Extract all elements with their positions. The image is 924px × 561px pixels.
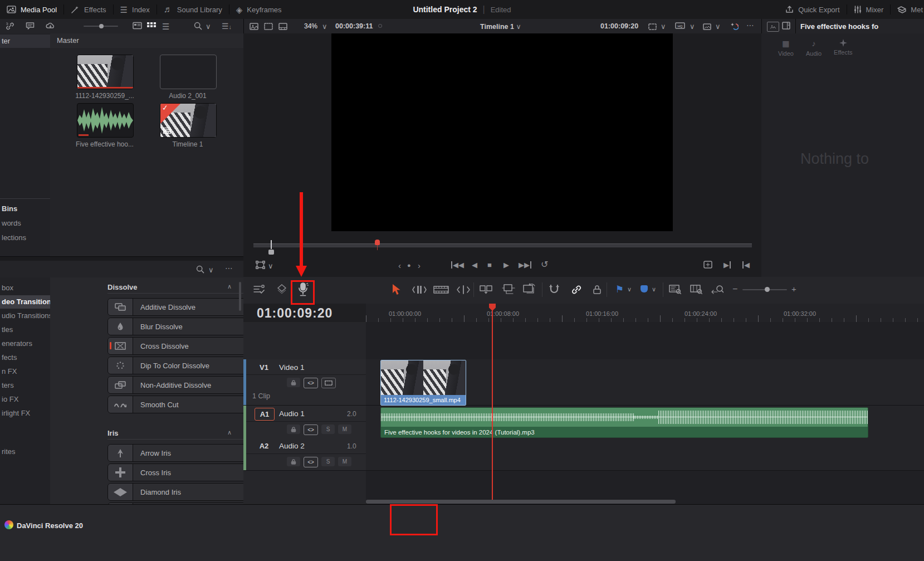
track-lock-button[interactable] (287, 425, 300, 434)
track-header-v1[interactable]: V1 Video 1 <> 1 Clip (243, 359, 366, 406)
viewer-zoom-value[interactable]: 34% (304, 22, 317, 30)
proxy-quality-icon[interactable]: HQ (675, 22, 685, 32)
usage-comment-icon[interactable] (26, 22, 35, 32)
stop-icon[interactable]: ■ (487, 261, 492, 269)
effects-category-open-fx[interactable]: n FX (0, 365, 50, 378)
overwrite-clip-icon[interactable] (502, 284, 515, 298)
bin-tree-item-bins[interactable]: Bins (0, 202, 50, 216)
inspector-media-icon[interactable] (767, 22, 779, 32)
timeline-playhead[interactable] (492, 304, 493, 500)
transition-cross-dissolve[interactable]: Cross Dissolve (107, 337, 243, 355)
timeline-view-options-icon[interactable] (253, 285, 265, 296)
bin-tree-selected-item[interactable]: ter (0, 35, 50, 48)
gallery-chevron[interactable]: ∨ (715, 22, 721, 31)
thumbnail-view-icon[interactable] (147, 22, 156, 32)
selection-mode-icon[interactable] (392, 284, 401, 298)
previous-edit-icon[interactable]: ◀ (742, 261, 750, 269)
linked-selection-icon[interactable] (571, 284, 582, 297)
marker-icon[interactable] (641, 285, 648, 292)
timeline-h-scrollbar[interactable] (366, 500, 676, 504)
cloud-sync-icon[interactable] (46, 22, 55, 32)
track-mute-button[interactable]: M (338, 425, 351, 434)
zoom-out-button[interactable]: − (732, 285, 737, 294)
effects-category-fairlight-fx[interactable]: irlight FX (0, 407, 50, 420)
relink-media-icon[interactable] (6, 22, 14, 33)
transition-blur-dissolve[interactable]: Blur Dissolve (107, 318, 243, 335)
audio-track-lane-a2[interactable] (366, 438, 924, 471)
collapse-chevron-icon[interactable]: ∧ (227, 283, 232, 290)
transform-tool-chevron[interactable]: ∨ (268, 262, 273, 270)
track-header-a2[interactable]: A2 Audio 2 1.0 <> S M (243, 438, 366, 471)
replace-clip-icon[interactable] (522, 283, 537, 299)
list-view-icon[interactable]: ☰ (162, 22, 169, 32)
inspector-tab-video[interactable]: ▦ Video (778, 39, 794, 57)
transition-preset-icon[interactable] (275, 283, 289, 299)
track-badge-v1[interactable]: V1 (255, 362, 273, 373)
viewer-playhead-handle[interactable] (268, 250, 274, 255)
inspector-panel-icon[interactable] (782, 22, 790, 32)
effects-search-icon[interactable] (196, 265, 204, 276)
loop-icon[interactable]: ↺ (541, 260, 548, 269)
metadata-view-icon[interactable] (133, 22, 142, 32)
collapse-chevron-icon[interactable]: ∧ (227, 429, 232, 436)
media-clip-video[interactable] (77, 55, 134, 89)
insert-clip-icon[interactable] (480, 284, 494, 298)
inspector-tab-audio[interactable]: ♪ Audio (806, 39, 822, 57)
thumbnail-size-slider[interactable] (84, 26, 118, 27)
track-name[interactable]: Video 1 (279, 363, 305, 372)
panel-toggle-sound-library[interactable]: ♬ Sound Library (157, 0, 229, 19)
jog-wheel-icon[interactable]: ● (407, 262, 411, 269)
viewer-playhead[interactable] (271, 240, 272, 249)
effects-category-video-transitions[interactable]: deo Transitions (0, 295, 50, 309)
gallery-still-icon[interactable] (703, 22, 711, 32)
transition-additive-dissolve[interactable]: Additive Dissolve (107, 298, 243, 316)
timeline-zoom-slider[interactable] (742, 289, 787, 290)
source-viewer-icon[interactable] (264, 22, 273, 32)
effects-category-favorites[interactable]: rites (0, 445, 50, 458)
panel-toggle-media-pool[interactable]: Media Pool (0, 0, 63, 19)
trim-edit-mode-icon[interactable] (412, 285, 427, 297)
track-auto-select-button[interactable]: <> (304, 457, 318, 467)
track-name[interactable]: Audio 1 (279, 409, 305, 418)
track-lock-button[interactable] (287, 457, 300, 466)
flag-color-chevron[interactable]: ∨ (627, 286, 632, 293)
jog-forward-icon[interactable]: › (418, 261, 421, 270)
dynamic-trim-mode-icon[interactable] (433, 285, 449, 297)
play-icon[interactable]: ▶ (503, 261, 509, 269)
timeline-viewer-icon[interactable] (278, 22, 287, 32)
track-mute-button[interactable]: M (338, 457, 351, 466)
effects-category-audio-fx[interactable]: io FX (0, 393, 50, 406)
media-clip-audio[interactable] (77, 103, 134, 138)
marker-color-chevron[interactable]: ∨ (652, 286, 656, 293)
quick-export-button[interactable]: Quick Export (779, 0, 846, 19)
safe-area-icon[interactable] (648, 22, 657, 32)
media-search-icon[interactable] (194, 22, 202, 32)
media-clip-timeline[interactable]: ✓ (160, 103, 217, 138)
metadata-button[interactable]: Met (891, 0, 924, 19)
snapping-icon[interactable] (549, 284, 560, 297)
viewer-zoom-chevron[interactable]: ∨ (322, 22, 327, 31)
transform-tool-icon[interactable] (256, 261, 265, 271)
position-lock-icon[interactable] (592, 284, 602, 297)
custom-zoom-icon[interactable] (711, 284, 723, 296)
match-frame-icon[interactable] (703, 261, 712, 271)
effects-search-chevron[interactable]: ∨ (208, 266, 214, 274)
resolve-fx-ai-icon[interactable] (730, 22, 739, 33)
go-to-start-icon[interactable]: ◀◀ (451, 261, 464, 269)
proxy-chevron[interactable]: ∨ (690, 22, 695, 31)
transition-non-additive-dissolve[interactable]: Non-Additive Dissolve (107, 376, 243, 394)
panel-toggle-keyframes[interactable]: ◈ Keyframes (229, 0, 289, 19)
viewer-marker[interactable] (375, 240, 380, 245)
zoom-in-button[interactable]: + (791, 285, 796, 293)
track-solo-button[interactable]: S (321, 425, 335, 434)
transition-smooth-cut[interactable]: Smooth Cut (107, 396, 243, 413)
transition-diamond-iris[interactable]: Diamond Iris (107, 483, 243, 501)
mixer-button[interactable]: Mixer (847, 0, 891, 19)
effects-category-filters[interactable]: ters (0, 379, 50, 392)
jog-reverse-icon[interactable]: ‹ (398, 261, 401, 270)
effects-category-audio-transitions[interactable]: udio Transitions (0, 309, 50, 323)
transition-cross-iris[interactable]: Cross Iris (107, 464, 243, 481)
offline-reference-icon[interactable] (250, 22, 258, 32)
panel-toggle-index[interactable]: ☰ Index (114, 0, 157, 19)
flag-clip-icon[interactable]: ⚑ (615, 284, 624, 295)
